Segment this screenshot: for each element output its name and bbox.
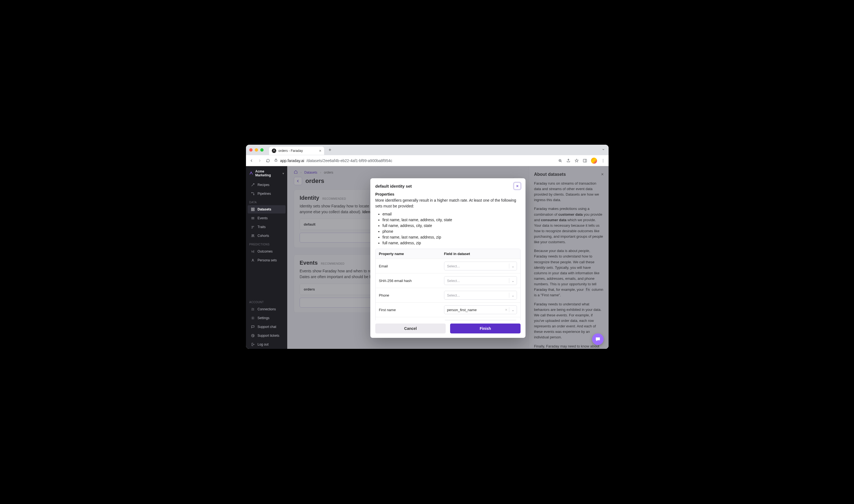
sidebar-item-traits[interactable]: Traits [248,223,286,231]
svg-point-16 [252,334,254,337]
field-select-phone[interactable]: Select... ⌄ [444,291,517,300]
forward-icon[interactable] [257,159,262,163]
main: › Datasets › orders orders [287,166,608,349]
reload-icon[interactable] [266,159,270,163]
field-select-email[interactable]: Select... ⌄ [444,262,517,270]
clear-icon[interactable]: × [504,308,509,312]
settings-icon [251,316,255,320]
support-chat-bubble[interactable] [592,334,604,345]
sidebar-item-pipelines[interactable]: Pipelines [248,190,286,198]
svg-point-5 [603,161,603,162]
sidebar-item-datasets[interactable]: Datasets [248,205,286,214]
browser-menu-icon[interactable] [601,159,605,163]
sidebar-item-label: Support tickets [257,334,279,338]
sidebar-section-predictions: PREDICTIONS [246,240,287,247]
table-row: Email Select... ⌄ [376,259,520,273]
sidebar-item-events[interactable]: Events [248,214,286,222]
sidebar-item-label: Connections [257,307,276,311]
list-item: email [382,211,521,217]
cancel-button[interactable]: Cancel [375,324,446,334]
datasets-icon [251,208,255,211]
table-row: SHA-256 email hash Select... ⌄ [376,273,520,288]
chat-icon [251,325,255,329]
maximize-window[interactable] [260,148,264,151]
pipelines-icon [251,192,255,196]
list-item: full name, address, city, state [382,223,521,229]
table-row: Last name person_last_name × ⌄ [376,317,520,320]
address-bar[interactable]: app.faraday.ai/datasets/2ee6af4b-eb22-4a… [274,158,554,163]
sidebar-item-logout[interactable]: Log out [248,340,286,348]
persona-sets-icon [251,258,255,262]
share-icon[interactable] [566,159,570,163]
url-bar: app.faraday.ai/datasets/2ee6af4b-eb22-4a… [246,155,608,166]
window-controls [249,148,264,151]
new-tab-button[interactable]: + [327,147,333,153]
sidebar-item-settings[interactable]: Settings [248,314,286,322]
sidebar-item-label: Datasets [257,208,271,211]
finish-button[interactable]: Finish [450,324,521,334]
sidebar-item-label: Settings [257,316,269,320]
list-item: first name, last name, address, zip [382,234,521,240]
close-window[interactable] [249,148,253,151]
sidebar-item-recipes[interactable]: Recipes [248,181,286,189]
back-icon[interactable] [249,159,254,163]
list-item: first name, last name, address, city, st… [382,217,521,223]
svg-point-6 [252,192,252,193]
sidebar-item-support-tickets[interactable]: Support tickets [248,331,286,340]
list-item: phone [382,229,521,234]
sidepanel-icon[interactable] [583,159,587,163]
tabs-overflow-icon[interactable] [601,147,605,152]
modal-section-heading: Properties [375,192,521,196]
browser-tab[interactable]: orders - Faraday × [269,147,324,155]
sidebar-item-connections[interactable]: Connections [248,305,286,313]
sidebar-item-label: Events [257,216,268,220]
minimize-window[interactable] [255,148,258,151]
svg-point-15 [252,318,253,319]
modal-close-button[interactable]: ✕ [514,183,521,189]
identity-set-modal: default identity set ✕ Properties More i… [370,178,526,338]
url-path: /datasets/2ee6af4b-eb22-4af1-bf99-a900ba… [307,159,392,163]
property-label: Email [376,262,441,271]
field-select-first-name[interactable]: person_first_name × ⌄ [444,305,517,314]
property-label: Phone [376,290,441,300]
sidebar-item-label: Cohorts [257,234,269,238]
sidebar-item-support-chat[interactable]: Support chat [248,323,286,331]
svg-rect-9 [253,208,254,209]
svg-rect-10 [252,210,253,211]
tickets-icon [251,334,255,338]
events-icon [251,216,255,220]
close-tab-icon[interactable]: × [319,148,321,153]
svg-rect-8 [252,208,253,209]
field-select-email-hash[interactable]: Select... ⌄ [444,276,517,285]
bookmark-icon[interactable] [575,159,579,163]
zoom-icon[interactable] [558,159,562,163]
chevron-down-icon: ⌄ [509,264,514,268]
profile-avatar[interactable] [591,158,597,164]
svg-rect-0 [275,160,277,161]
modal-title: default identity set [375,184,412,188]
property-label: First name [376,305,441,315]
list-item: full name, address, zip [382,240,521,246]
sidebar-item-label: Pipelines [257,192,271,196]
chevron-down-icon: ⌄ [509,293,514,298]
url-domain: app.faraday.ai [280,159,304,163]
svg-rect-2 [583,159,586,162]
outcomes-icon [251,250,255,253]
svg-point-7 [253,194,254,195]
traits-icon [251,225,255,229]
svg-point-3 [603,159,603,160]
app-root: Acme Marketing ▾ Recipes Pipelines DATA … [246,166,608,349]
tab-title: orders - Faraday [278,149,303,153]
modal-overlay: default identity set ✕ Properties More i… [287,166,608,349]
cohorts-icon [251,234,255,238]
field-select-last-name[interactable]: person_last_name × ⌄ [444,320,517,320]
sidebar-item-cohorts[interactable]: Cohorts [248,232,286,240]
svg-point-13 [253,235,254,236]
svg-point-4 [603,160,603,161]
org-switcher[interactable]: Acme Marketing ▾ [246,166,287,180]
sidebar-item-outcomes[interactable]: Outcomes [248,247,286,256]
property-table: Property name Field in dataset Email Sel… [375,249,521,320]
sidebar-item-persona-sets[interactable]: Persona sets [248,256,286,264]
table-row: First name person_first_name × ⌄ [376,303,520,317]
chevron-down-icon: ▾ [283,172,284,175]
